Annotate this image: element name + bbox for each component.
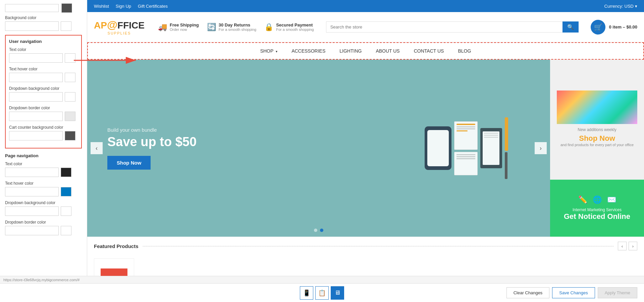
banner-bottom: ✏️ 🌐 ✉️ Internet Marketing Services Get … — [550, 180, 644, 237]
search-bar: 🔍 — [326, 21, 579, 33]
featured-prev-button[interactable]: ‹ — [618, 242, 627, 250]
page-text-hover-label: Text hover color — [5, 181, 82, 186]
slide-dot-2[interactable] — [320, 229, 323, 232]
nav-lighting[interactable]: LIGHTING — [337, 47, 364, 55]
nav-shop[interactable]: SHOP ▾ — [258, 47, 279, 55]
content-area: ‹ Build your own bundle Save up to $50 S… — [87, 60, 644, 237]
signup-link[interactable]: Sign Up — [116, 4, 131, 9]
nav-blog[interactable]: BLOG — [456, 47, 473, 55]
bg-color-input[interactable]: #ffffff — [5, 21, 59, 31]
user-dropdown-bg-swatch[interactable] — [65, 92, 75, 102]
page-text-color-input[interactable]: #242424 — [5, 168, 59, 177]
free-shipping-title: Free Shipping — [170, 22, 199, 27]
currency-text: Currency: USD — [604, 4, 634, 9]
logo-at-icon: @ — [107, 19, 117, 31]
page-dropdown-bg-input[interactable]: #ffffff — [5, 206, 59, 216]
nav-accessories[interactable]: ACCESSORIES — [289, 47, 327, 55]
page-text-color-swatch[interactable] — [61, 168, 71, 177]
main-area: Wishlist Sign Up Gift Certificates Curre… — [87, 0, 644, 302]
perk-free-shipping: 🚚 Free Shipping Order now — [158, 22, 199, 32]
featured-next-button[interactable]: › — [629, 242, 637, 250]
user-text-color-input[interactable]: #ffffff — [9, 53, 63, 63]
page-text-hover-input[interactable]: #0079c0 — [5, 187, 59, 196]
user-dropdown-border-swatch[interactable] — [65, 112, 75, 121]
banner-top: New additions weekly Shop Now and find p… — [550, 60, 644, 180]
cart-area[interactable]: 🛒 0 item – $0.00 — [591, 20, 637, 35]
banner-bottom-pretext: Internet Marketing Services — [573, 207, 622, 212]
tablet-view-button[interactable]: 📋 — [315, 286, 329, 300]
user-dropdown-border-input[interactable]: #e8e8e8 — [9, 112, 63, 121]
page-text-hover-field: Text hover color #0079c0 — [5, 181, 82, 196]
clear-changes-button[interactable]: Clear Changes — [506, 287, 550, 298]
page-text-hover-swatch[interactable] — [61, 187, 71, 196]
cart-counter-label: Cart counter background color — [9, 125, 78, 130]
featured-bar: Featured Products ‹ › — [87, 237, 644, 255]
page-dropdown-bg-swatch[interactable] — [61, 206, 71, 216]
globe-icon: 🌐 — [593, 195, 602, 204]
desktop-view-button[interactable]: 🖥 — [331, 286, 344, 300]
wishlist-link[interactable]: Wishlist — [94, 4, 109, 9]
nav-bar: SHOP ▾ ACCESSORIES LIGHTING ABOUT US CON… — [87, 42, 644, 60]
free-shipping-icon: 🚚 — [158, 23, 167, 32]
cart-counter-input[interactable]: #4f4f4f — [9, 131, 63, 140]
mobile-view-button[interactable]: 📱 — [300, 286, 313, 300]
apply-theme-button[interactable]: Apply Theme — [598, 287, 637, 298]
perk-payment: 🔒 Secured Payment For a smooth shopping — [264, 22, 314, 32]
cart-counter-swatch[interactable] — [65, 131, 75, 140]
user-dropdown-bg-input[interactable]: #ffffff — [9, 92, 63, 102]
slider-next-button[interactable]: › — [535, 142, 547, 154]
user-text-hover-swatch[interactable] — [65, 73, 75, 82]
user-text-color-swatch[interactable] — [65, 53, 75, 63]
payment-icon: 🔒 — [264, 23, 273, 32]
hero-shop-now-button[interactable]: Shop Now — [107, 156, 151, 170]
slider-dots — [314, 229, 323, 232]
user-text-hover-field: Text hover color #ffffff — [9, 67, 78, 82]
featured-label: Featured Products — [94, 243, 139, 249]
user-dropdown-border-label: Dropdown border color — [9, 106, 78, 110]
slide-dot-1[interactable] — [314, 229, 317, 232]
left-panel: #4f4f4f Background color #ffffff User na… — [0, 0, 87, 302]
cart-bag-icon: 🛒 — [594, 23, 602, 31]
cart-counter-field: Cart counter background color #4f4f4f — [9, 125, 78, 140]
page-dropdown-border-input[interactable]: #ffffff — [5, 226, 59, 235]
banner-shop-now-link[interactable]: Shop Now — [579, 134, 615, 143]
status-url: https://store-t3le68vcjq.mybigcommerce.c… — [3, 278, 79, 282]
user-text-hover-input[interactable]: #ffffff — [9, 73, 63, 82]
search-input[interactable] — [326, 21, 563, 33]
slider-title: Save up to $50 — [107, 135, 197, 149]
slider-prev-button[interactable]: ‹ — [91, 142, 103, 154]
banner-top-image — [557, 90, 637, 124]
top-color-input[interactable]: #4f4f4f — [5, 4, 59, 12]
bg-color-label: Background color — [5, 15, 82, 20]
returns-icon: 🔄 — [207, 23, 216, 32]
nav-contact[interactable]: CONTACT US — [412, 47, 446, 55]
hero-slider: ‹ Build your own bundle Save up to $50 S… — [87, 60, 550, 237]
edit-icon: ✏️ — [578, 195, 587, 204]
user-text-color-field: Text color #ffffff — [9, 47, 78, 63]
gift-cert-link[interactable]: Gift Certificates — [138, 4, 168, 9]
save-changes-button[interactable]: Save Changes — [552, 287, 595, 298]
nav-about[interactable]: ABOUT US — [374, 47, 401, 55]
slider-illustration — [402, 66, 530, 230]
page-dropdown-border-label: Dropdown border color — [5, 220, 82, 225]
cart-text: 0 item – $0.00 — [609, 24, 637, 29]
desktop-icon: 🖥 — [334, 289, 340, 296]
top-color-row: #4f4f4f — [5, 3, 82, 13]
bottom-toolbar: 📱 📋 🖥 Clear Changes Save Changes Apply T… — [0, 283, 644, 302]
user-text-color-label: Text color — [9, 47, 78, 52]
search-button[interactable]: 🔍 — [562, 21, 579, 33]
user-dropdown-bg-label: Dropdown background color — [9, 86, 78, 91]
header-perks: 🚚 Free Shipping Order now 🔄 30 Day Retur… — [158, 22, 314, 32]
banner-top-pretext: New additions weekly — [578, 127, 616, 132]
logo-supplies: SUPPLIES — [94, 31, 145, 35]
page-dropdown-border-swatch[interactable] — [61, 226, 71, 235]
search-icon: 🔍 — [567, 24, 574, 30]
right-banners: New additions weekly Shop Now and find p… — [550, 60, 644, 237]
user-nav-title: User navigation — [9, 39, 78, 44]
top-color-swatch[interactable] — [61, 3, 72, 13]
featured-line — [143, 246, 614, 246]
bg-color-swatch[interactable] — [61, 21, 71, 31]
page-nav-section: Page navigation Text color #242424 Text … — [5, 153, 82, 235]
logo[interactable]: AP@FFICE SUPPLIES — [94, 19, 145, 35]
currency-selector[interactable]: Currency: USD ▾ — [604, 4, 637, 9]
